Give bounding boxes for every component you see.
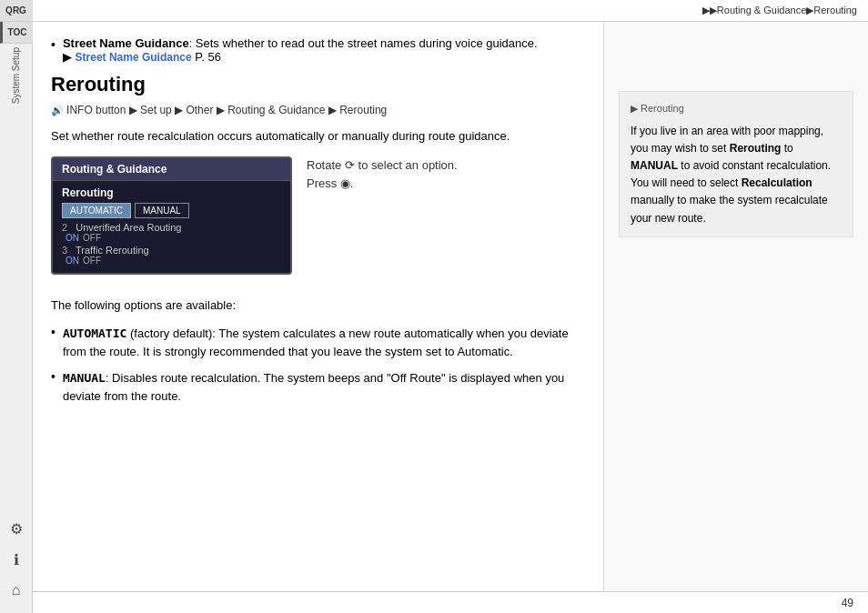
screen-title: Routing & Guidance [53, 158, 290, 181]
screen-row3: 3 Traffic Rerouting ON OFF [62, 245, 281, 266]
option-bullet-2: • [51, 369, 56, 384]
screen-row2-on: ON [66, 233, 79, 243]
option-automatic-body: (factory default): The system calculates… [63, 327, 569, 358]
breadcrumb-bar: ▶▶Routing & Guidance▶Rerouting [33, 0, 868, 22]
screen-row3-off: OFF [83, 256, 101, 266]
screen-row2-onoff: ON OFF [66, 233, 281, 243]
screen-body: Rerouting AUTOMATIC MANUAL 2 Unverified … [53, 181, 290, 273]
screen-btn-automatic[interactable]: AUTOMATIC [62, 203, 131, 218]
rotate-knob-icon: ⟳ [345, 158, 358, 172]
screen-row2: 2 Unverified Area Routing ON OFF [62, 222, 281, 243]
rotate-suffix: to select an option. [358, 158, 458, 172]
rotate-text: Rotate [307, 158, 341, 172]
info-line: 🔊 INFO button ▶ Set up ▶ Other ▶ Routing… [51, 104, 585, 116]
main-content: ▶▶Routing & Guidance▶Rerouting • Street … [33, 0, 868, 613]
note-manual: MANUAL [631, 159, 678, 172]
screen-row3-on: ON [66, 256, 79, 266]
body-text: Set whether route recalculation occurs a… [51, 127, 585, 146]
note-to: to [781, 142, 792, 155]
note-label: ▶ Rerouting [631, 101, 842, 117]
sidebar-bottom-icons: ⚙ ℹ ⌂ [3, 515, 30, 613]
screen-row3-onoff: ON OFF [66, 256, 281, 266]
info-icon-button[interactable]: ℹ [3, 546, 30, 573]
sidebar-tab-toc[interactable]: TOC [0, 22, 33, 44]
content-area: • Street Name Guidance: Sets whether to … [33, 22, 868, 591]
page-number-bar: 49 [33, 591, 868, 613]
street-name-bullet: • Street Name Guidance: Sets whether to … [51, 36, 585, 64]
screen-row3-label: Traffic Rerouting [76, 245, 149, 256]
options-heading: The following options are available: [51, 296, 585, 315]
option-automatic-term: AUTOMATIC [63, 327, 126, 340]
note-text-1: If you live in an area with poor mapping… [631, 125, 823, 155]
rotate-text-block: Rotate ⟳ to select an option. Press ◉. [307, 156, 458, 195]
right-panel: ▶ Rerouting If you live in an area with … [604, 22, 868, 591]
option-bullet-1: • [51, 325, 56, 339]
toc-label: TOC [8, 27, 27, 37]
screen-btn-group: AUTOMATIC MANUAL [62, 203, 281, 218]
screen-row2-num: 2 [62, 222, 67, 233]
options-list: • AUTOMATIC (factory default): The syste… [51, 325, 585, 405]
option-manual-term: MANUAL [63, 371, 106, 385]
sidebar-tab-qrg[interactable]: QRG [0, 0, 33, 22]
tools-icon-button[interactable]: ⚙ [3, 515, 30, 542]
note-manually: manually to make the system recalculate … [631, 194, 828, 224]
home-icon-button[interactable]: ⌂ [3, 577, 30, 604]
note-box: ▶ Rerouting If you live in an area with … [619, 91, 853, 237]
press-text: Press [307, 176, 337, 190]
info-icon: 🔊 [51, 105, 66, 116]
street-name-term: Street Name Guidance [63, 36, 189, 50]
street-name-content: Street Name Guidance: Sets whether to re… [63, 36, 538, 64]
note-rerouting: Rerouting [730, 142, 782, 155]
screen-rerouting-label: Rerouting [62, 186, 281, 199]
sidebar: QRG TOC System Setup ⚙ ℹ ⌂ [0, 0, 33, 613]
page-number: 49 [842, 597, 853, 609]
note-content: If you live in an area with poor mapping… [631, 123, 842, 227]
system-setup-label: System Setup [11, 47, 21, 104]
press-knob-icon: ◉ [340, 176, 350, 190]
street-name-icon: ▶ [63, 50, 76, 64]
street-name-colon: : Sets whether to read out the street na… [189, 36, 538, 50]
option-automatic: • AUTOMATIC (factory default): The syste… [51, 325, 585, 360]
info-line-text: INFO button ▶ Set up ▶ Other ▶ Routing &… [66, 104, 387, 116]
street-name-link-suffix: P. 56 [192, 50, 221, 64]
option-manual-text: MANUAL: Disables route recalculation. Th… [63, 369, 585, 405]
qrg-label: QRG [5, 5, 26, 15]
option-manual: • MANUAL: Disables route recalculation. … [51, 369, 585, 405]
bullet-dot: • [51, 37, 56, 52]
screen-mockup: Routing & Guidance Rerouting AUTOMATIC M… [51, 156, 292, 275]
breadcrumb: ▶▶Routing & Guidance▶Rerouting [702, 5, 857, 16]
left-panel: • Street Name Guidance: Sets whether to … [33, 22, 604, 591]
option-manual-body: : Disables route recalculation. The syst… [63, 371, 564, 403]
screen-row2-off: OFF [83, 233, 101, 243]
screen-row2-label: Unverified Area Routing [76, 222, 181, 233]
section-heading: Rerouting [51, 73, 585, 96]
screen-btn-manual[interactable]: MANUAL [135, 203, 189, 218]
street-name-link[interactable]: Street Name Guidance [76, 51, 192, 64]
option-automatic-text: AUTOMATIC (factory default): The system … [63, 325, 585, 360]
screen-row3-num: 3 [62, 245, 67, 256]
note-recalculation: Recalculation [742, 176, 812, 189]
